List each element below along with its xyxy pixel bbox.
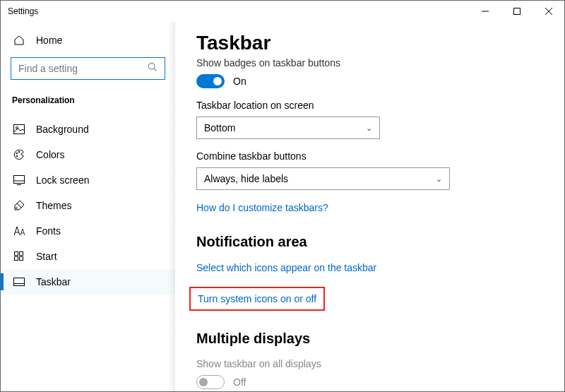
highlighted-system-icons: Turn system icons on or off bbox=[189, 287, 325, 311]
themes-icon bbox=[12, 200, 26, 211]
sidebar-item-label: Themes bbox=[36, 200, 72, 211]
sidebar-item-label: Lock screen bbox=[36, 174, 89, 186]
svg-rect-11 bbox=[14, 176, 25, 184]
badges-toggle[interactable] bbox=[196, 74, 225, 88]
sidebar-item-lockscreen[interactable]: Lock screen bbox=[1, 167, 175, 193]
chevron-down-icon: ⌄ bbox=[366, 124, 372, 133]
system-icons-link[interactable]: Turn system icons on or off bbox=[198, 293, 316, 304]
sidebar-item-label: Background bbox=[36, 124, 89, 135]
sidebar-item-start[interactable]: Start bbox=[1, 244, 175, 269]
taskbar-icon bbox=[12, 278, 26, 286]
main-content: Taskbar Show badges on taskbar buttons O… bbox=[175, 22, 564, 391]
start-icon bbox=[12, 251, 26, 261]
sidebar-item-taskbar[interactable]: Taskbar bbox=[1, 269, 175, 295]
multiple-title: Multiple displays bbox=[196, 331, 543, 347]
search-input-container[interactable] bbox=[11, 57, 165, 80]
window-title: Settings bbox=[8, 6, 469, 16]
window-controls bbox=[469, 1, 564, 22]
svg-point-9 bbox=[18, 151, 20, 153]
svg-rect-1 bbox=[513, 8, 520, 15]
titlebar: Settings bbox=[1, 1, 564, 22]
home-icon bbox=[12, 35, 26, 46]
show-all-toggle[interactable] bbox=[196, 375, 225, 389]
sidebar-item-label: Start bbox=[36, 251, 57, 262]
home-label: Home bbox=[36, 35, 62, 46]
svg-point-10 bbox=[16, 155, 18, 157]
sidebar-item-label: Fonts bbox=[36, 225, 61, 237]
home-nav[interactable]: Home bbox=[1, 29, 175, 52]
select-icons-link[interactable]: Select which icons appear on the taskbar bbox=[196, 262, 376, 273]
image-icon bbox=[12, 124, 26, 134]
chevron-down-icon: ⌄ bbox=[436, 174, 442, 184]
location-select[interactable]: Bottom ⌄ bbox=[196, 117, 380, 139]
notification-title: Notification area bbox=[196, 234, 543, 250]
svg-rect-17 bbox=[15, 257, 18, 261]
sidebar-item-themes[interactable]: Themes bbox=[1, 193, 175, 218]
badges-state: On bbox=[233, 76, 246, 87]
search-icon bbox=[148, 62, 157, 75]
sidebar-item-fonts[interactable]: Fonts bbox=[1, 218, 175, 244]
fonts-icon bbox=[12, 226, 26, 236]
minimize-button[interactable] bbox=[469, 1, 501, 22]
sidebar: Home Personalization Background Colors L… bbox=[1, 22, 175, 391]
svg-rect-16 bbox=[20, 252, 23, 256]
location-value: Bottom bbox=[204, 122, 235, 133]
category-label: Personalization bbox=[1, 90, 175, 111]
svg-rect-15 bbox=[15, 252, 18, 256]
combine-value: Always, hide labels bbox=[204, 173, 288, 184]
lockscreen-icon bbox=[12, 175, 26, 185]
svg-rect-18 bbox=[20, 257, 23, 261]
show-all-label: Show taskbar on all displays bbox=[196, 358, 543, 369]
sidebar-item-background[interactable]: Background bbox=[1, 117, 175, 142]
maximize-button[interactable] bbox=[501, 1, 533, 22]
badges-label: Show badges on taskbar buttons bbox=[196, 57, 543, 69]
palette-icon bbox=[12, 149, 26, 160]
close-button[interactable] bbox=[533, 1, 564, 22]
svg-line-5 bbox=[154, 69, 157, 71]
customize-link[interactable]: How do I customize taskbars? bbox=[196, 202, 328, 213]
sidebar-item-label: Colors bbox=[36, 149, 64, 160]
combine-select[interactable]: Always, hide labels ⌄ bbox=[196, 167, 450, 190]
svg-point-14 bbox=[16, 208, 18, 209]
svg-rect-19 bbox=[14, 278, 25, 286]
combine-label: Combine taskbar buttons bbox=[196, 150, 543, 162]
sidebar-item-label: Taskbar bbox=[36, 276, 71, 287]
sidebar-item-colors[interactable]: Colors bbox=[1, 142, 175, 167]
page-title: Taskbar bbox=[196, 32, 543, 54]
show-all-state: Off bbox=[233, 376, 246, 388]
location-label: Taskbar location on screen bbox=[196, 100, 543, 111]
search-input[interactable] bbox=[18, 63, 148, 74]
svg-point-8 bbox=[16, 153, 18, 154]
